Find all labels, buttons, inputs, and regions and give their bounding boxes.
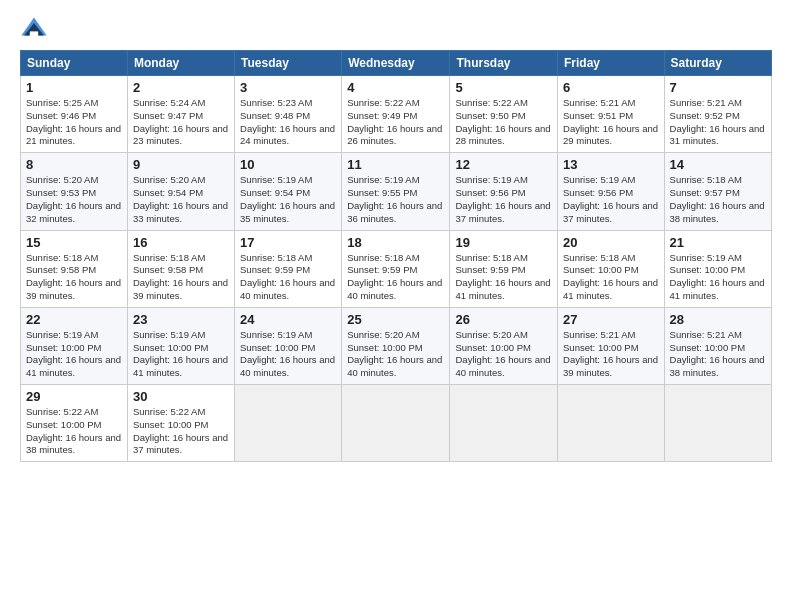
- day-number: 8: [26, 157, 122, 172]
- day-number: 13: [563, 157, 659, 172]
- weekday-header-tuesday: Tuesday: [235, 51, 342, 76]
- day-info: Sunrise: 5:20 AM Sunset: 10:00 PM Daylig…: [347, 329, 444, 380]
- day-info: Sunrise: 5:23 AM Sunset: 9:48 PM Dayligh…: [240, 97, 336, 148]
- weekday-header-thursday: Thursday: [450, 51, 558, 76]
- weekday-header-sunday: Sunday: [21, 51, 128, 76]
- day-info: Sunrise: 5:25 AM Sunset: 9:46 PM Dayligh…: [26, 97, 122, 148]
- calendar-cell: 19Sunrise: 5:18 AM Sunset: 9:59 PM Dayli…: [450, 230, 558, 307]
- day-number: 1: [26, 80, 122, 95]
- calendar-week-4: 22Sunrise: 5:19 AM Sunset: 10:00 PM Dayl…: [21, 307, 772, 384]
- day-info: Sunrise: 5:19 AM Sunset: 9:55 PM Dayligh…: [347, 174, 444, 225]
- day-number: 3: [240, 80, 336, 95]
- calendar-week-5: 29Sunrise: 5:22 AM Sunset: 10:00 PM Dayl…: [21, 385, 772, 462]
- weekday-header-monday: Monday: [127, 51, 234, 76]
- day-info: Sunrise: 5:20 AM Sunset: 9:53 PM Dayligh…: [26, 174, 122, 225]
- day-number: 12: [455, 157, 552, 172]
- day-info: Sunrise: 5:20 AM Sunset: 10:00 PM Daylig…: [455, 329, 552, 380]
- calendar-cell: 30Sunrise: 5:22 AM Sunset: 10:00 PM Dayl…: [127, 385, 234, 462]
- header: [20, 16, 772, 44]
- day-number: 16: [133, 235, 229, 250]
- logo-icon: [20, 16, 48, 44]
- calendar-cell: [558, 385, 665, 462]
- day-number: 21: [670, 235, 766, 250]
- calendar-cell: 18Sunrise: 5:18 AM Sunset: 9:59 PM Dayli…: [342, 230, 450, 307]
- svg-rect-2: [30, 31, 38, 37]
- day-info: Sunrise: 5:19 AM Sunset: 9:56 PM Dayligh…: [455, 174, 552, 225]
- calendar-week-3: 15Sunrise: 5:18 AM Sunset: 9:58 PM Dayli…: [21, 230, 772, 307]
- calendar-cell: 12Sunrise: 5:19 AM Sunset: 9:56 PM Dayli…: [450, 153, 558, 230]
- day-info: Sunrise: 5:19 AM Sunset: 10:00 PM Daylig…: [26, 329, 122, 380]
- day-number: 4: [347, 80, 444, 95]
- calendar-cell: 7Sunrise: 5:21 AM Sunset: 9:52 PM Daylig…: [664, 76, 771, 153]
- day-info: Sunrise: 5:22 AM Sunset: 10:00 PM Daylig…: [26, 406, 122, 457]
- calendar-cell: 26Sunrise: 5:20 AM Sunset: 10:00 PM Dayl…: [450, 307, 558, 384]
- day-info: Sunrise: 5:18 AM Sunset: 9:59 PM Dayligh…: [240, 252, 336, 303]
- day-number: 23: [133, 312, 229, 327]
- calendar-cell: 24Sunrise: 5:19 AM Sunset: 10:00 PM Dayl…: [235, 307, 342, 384]
- day-number: 7: [670, 80, 766, 95]
- calendar-cell: 4Sunrise: 5:22 AM Sunset: 9:49 PM Daylig…: [342, 76, 450, 153]
- day-info: Sunrise: 5:18 AM Sunset: 9:57 PM Dayligh…: [670, 174, 766, 225]
- calendar-cell: 25Sunrise: 5:20 AM Sunset: 10:00 PM Dayl…: [342, 307, 450, 384]
- calendar-cell: 8Sunrise: 5:20 AM Sunset: 9:53 PM Daylig…: [21, 153, 128, 230]
- calendar-cell: 6Sunrise: 5:21 AM Sunset: 9:51 PM Daylig…: [558, 76, 665, 153]
- day-number: 22: [26, 312, 122, 327]
- calendar-cell: [450, 385, 558, 462]
- day-number: 15: [26, 235, 122, 250]
- calendar-cell: 11Sunrise: 5:19 AM Sunset: 9:55 PM Dayli…: [342, 153, 450, 230]
- calendar-cell: 22Sunrise: 5:19 AM Sunset: 10:00 PM Dayl…: [21, 307, 128, 384]
- day-number: 6: [563, 80, 659, 95]
- calendar-cell: 13Sunrise: 5:19 AM Sunset: 9:56 PM Dayli…: [558, 153, 665, 230]
- calendar-cell: 1Sunrise: 5:25 AM Sunset: 9:46 PM Daylig…: [21, 76, 128, 153]
- day-info: Sunrise: 5:21 AM Sunset: 10:00 PM Daylig…: [563, 329, 659, 380]
- calendar-week-2: 8Sunrise: 5:20 AM Sunset: 9:53 PM Daylig…: [21, 153, 772, 230]
- day-info: Sunrise: 5:19 AM Sunset: 10:00 PM Daylig…: [133, 329, 229, 380]
- weekday-header-wednesday: Wednesday: [342, 51, 450, 76]
- day-number: 28: [670, 312, 766, 327]
- day-number: 11: [347, 157, 444, 172]
- day-number: 19: [455, 235, 552, 250]
- calendar-cell: [342, 385, 450, 462]
- day-number: 26: [455, 312, 552, 327]
- day-info: Sunrise: 5:18 AM Sunset: 9:59 PM Dayligh…: [455, 252, 552, 303]
- calendar-cell: 23Sunrise: 5:19 AM Sunset: 10:00 PM Dayl…: [127, 307, 234, 384]
- calendar-cell: [664, 385, 771, 462]
- day-info: Sunrise: 5:21 AM Sunset: 10:00 PM Daylig…: [670, 329, 766, 380]
- weekday-header-row: SundayMondayTuesdayWednesdayThursdayFrid…: [21, 51, 772, 76]
- calendar-cell: 29Sunrise: 5:22 AM Sunset: 10:00 PM Dayl…: [21, 385, 128, 462]
- calendar-cell: 17Sunrise: 5:18 AM Sunset: 9:59 PM Dayli…: [235, 230, 342, 307]
- day-number: 30: [133, 389, 229, 404]
- page: SundayMondayTuesdayWednesdayThursdayFrid…: [0, 0, 792, 472]
- calendar-cell: 16Sunrise: 5:18 AM Sunset: 9:58 PM Dayli…: [127, 230, 234, 307]
- day-number: 20: [563, 235, 659, 250]
- day-info: Sunrise: 5:18 AM Sunset: 9:58 PM Dayligh…: [26, 252, 122, 303]
- day-number: 17: [240, 235, 336, 250]
- day-info: Sunrise: 5:22 AM Sunset: 9:49 PM Dayligh…: [347, 97, 444, 148]
- calendar-cell: 10Sunrise: 5:19 AM Sunset: 9:54 PM Dayli…: [235, 153, 342, 230]
- day-info: Sunrise: 5:18 AM Sunset: 9:59 PM Dayligh…: [347, 252, 444, 303]
- day-number: 2: [133, 80, 229, 95]
- day-info: Sunrise: 5:22 AM Sunset: 10:00 PM Daylig…: [133, 406, 229, 457]
- day-info: Sunrise: 5:18 AM Sunset: 10:00 PM Daylig…: [563, 252, 659, 303]
- calendar-cell: 20Sunrise: 5:18 AM Sunset: 10:00 PM Dayl…: [558, 230, 665, 307]
- calendar-cell: 3Sunrise: 5:23 AM Sunset: 9:48 PM Daylig…: [235, 76, 342, 153]
- day-number: 25: [347, 312, 444, 327]
- day-info: Sunrise: 5:21 AM Sunset: 9:52 PM Dayligh…: [670, 97, 766, 148]
- day-number: 27: [563, 312, 659, 327]
- day-number: 14: [670, 157, 766, 172]
- calendar-cell: 15Sunrise: 5:18 AM Sunset: 9:58 PM Dayli…: [21, 230, 128, 307]
- day-number: 5: [455, 80, 552, 95]
- calendar-cell: [235, 385, 342, 462]
- logo: [20, 16, 52, 44]
- day-info: Sunrise: 5:22 AM Sunset: 9:50 PM Dayligh…: [455, 97, 552, 148]
- day-number: 24: [240, 312, 336, 327]
- day-info: Sunrise: 5:19 AM Sunset: 9:56 PM Dayligh…: [563, 174, 659, 225]
- day-info: Sunrise: 5:19 AM Sunset: 9:54 PM Dayligh…: [240, 174, 336, 225]
- day-info: Sunrise: 5:24 AM Sunset: 9:47 PM Dayligh…: [133, 97, 229, 148]
- day-info: Sunrise: 5:21 AM Sunset: 9:51 PM Dayligh…: [563, 97, 659, 148]
- day-info: Sunrise: 5:20 AM Sunset: 9:54 PM Dayligh…: [133, 174, 229, 225]
- calendar-cell: 2Sunrise: 5:24 AM Sunset: 9:47 PM Daylig…: [127, 76, 234, 153]
- day-number: 10: [240, 157, 336, 172]
- calendar-cell: 5Sunrise: 5:22 AM Sunset: 9:50 PM Daylig…: [450, 76, 558, 153]
- day-info: Sunrise: 5:19 AM Sunset: 10:00 PM Daylig…: [670, 252, 766, 303]
